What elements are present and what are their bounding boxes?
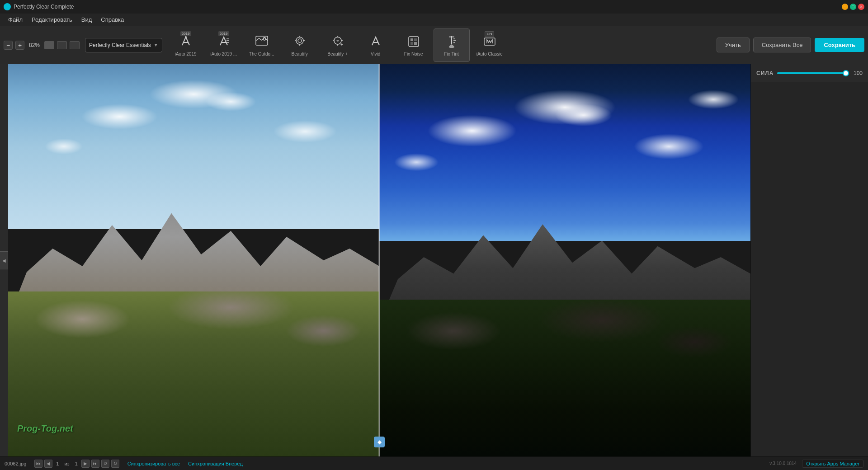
beautify2-label: Beautify + bbox=[327, 52, 348, 57]
svg-text:+: + bbox=[340, 42, 343, 47]
svg-point-0 bbox=[185, 36, 187, 38]
page-total: 1 bbox=[75, 461, 78, 466]
svg-rect-12 bbox=[414, 38, 417, 41]
strength-slider-value: 100 bbox=[850, 70, 863, 76]
canvas-area[interactable]: Prog-Tog.net bbox=[8, 64, 750, 456]
page-current: 1 bbox=[56, 461, 59, 466]
nav-last-button[interactable]: ⏭ bbox=[91, 460, 99, 468]
menu-edit[interactable]: Редактировать bbox=[27, 14, 77, 25]
save-all-button[interactable]: Сохранить Все bbox=[753, 38, 811, 52]
after-image bbox=[379, 64, 750, 456]
outdoor-icon bbox=[254, 33, 270, 50]
tool-iautoclassic[interactable]: HD iAuto Classic bbox=[472, 28, 508, 62]
before-image bbox=[8, 64, 379, 456]
svg-point-7 bbox=[298, 39, 302, 42]
watermark: Prog-Tog.net bbox=[17, 423, 73, 434]
nav-prev-button[interactable]: ◀ bbox=[44, 460, 52, 468]
nav-rotate-right[interactable]: ↻ bbox=[111, 460, 119, 468]
view-mode-single[interactable] bbox=[44, 41, 54, 49]
clouds-after bbox=[379, 76, 750, 233]
zoom-plus-button[interactable]: + bbox=[15, 41, 24, 50]
svg-rect-13 bbox=[410, 42, 413, 45]
svg-rect-15 bbox=[449, 36, 454, 38]
menu-view[interactable]: Вид bbox=[77, 14, 97, 25]
strength-slider-container: 100 bbox=[777, 70, 863, 76]
preset-selector[interactable]: Perfectly Clear Essentials ▼ bbox=[85, 38, 162, 52]
tool-iauto2019a[interactable]: 2019 iAuto 2019 bbox=[168, 28, 204, 62]
fixnoise-icon bbox=[406, 33, 422, 50]
menu-file[interactable]: Файл bbox=[4, 14, 27, 25]
menu-help[interactable]: Справка bbox=[96, 14, 128, 25]
vivid-label: Vivid bbox=[371, 52, 381, 57]
left-panel-toggle[interactable]: ◀ bbox=[0, 251, 8, 269]
zoom-level-display: 82% bbox=[27, 42, 42, 48]
learn-button[interactable]: Учить bbox=[717, 38, 750, 52]
zoom-minus-button[interactable]: − bbox=[4, 41, 13, 50]
preset-label: Perfectly Clear Essentials bbox=[89, 42, 151, 48]
svg-rect-11 bbox=[410, 38, 413, 41]
nav-rotate-left[interactable]: ↺ bbox=[101, 460, 109, 468]
menubar: Файл Редактировать Вид Справка bbox=[0, 14, 868, 26]
save-button[interactable]: Сохранить bbox=[815, 38, 864, 52]
statusbar-left: 00062.jpg ⏮ ◀ 1 из 1 ▶ ⏭ ↺ ↻ Синхронизир… bbox=[5, 460, 243, 468]
outdoor-label: The Outdo... bbox=[249, 52, 274, 57]
svg-rect-14 bbox=[414, 42, 417, 45]
sync-all-link[interactable]: Синхронизировать все bbox=[127, 461, 180, 466]
strength-slider-fill bbox=[777, 72, 846, 74]
view-mode-grid[interactable] bbox=[70, 41, 80, 49]
svg-rect-10 bbox=[409, 37, 419, 47]
nav-first-button[interactable]: ⏮ bbox=[34, 460, 42, 468]
tool-iauto2019b[interactable]: 2019 iAuto 2019 ... bbox=[206, 28, 242, 62]
window-title: Perfectly Clear Complete bbox=[14, 4, 842, 10]
rocks-before bbox=[8, 260, 379, 378]
clouds-before bbox=[8, 72, 379, 221]
nav-next-button[interactable]: ▶ bbox=[81, 460, 90, 468]
apps-manager-button[interactable]: Открыть Apps Manager bbox=[802, 460, 863, 468]
toolbar-right: Учить Сохранить Все Сохранить bbox=[717, 38, 864, 52]
toolbar-left: − + 82% bbox=[4, 41, 80, 50]
iauto2019b-label: iAuto 2019 ... bbox=[210, 52, 237, 57]
tool-fixtint[interactable]: Fix Tint bbox=[434, 28, 470, 62]
tool-fixnoise[interactable]: Fix Noise bbox=[396, 28, 432, 62]
badge-2019a: 2019 bbox=[180, 31, 191, 36]
tool-outdoor[interactable]: The Outdo... bbox=[244, 28, 280, 62]
panel-title: СИЛА bbox=[756, 70, 774, 76]
preset-dropdown-arrow: ▼ bbox=[154, 42, 158, 47]
svg-rect-19 bbox=[484, 38, 495, 45]
tool-beautify2[interactable]: + Beautify + bbox=[320, 28, 356, 62]
maximize-button[interactable]: □ bbox=[850, 4, 856, 10]
statusbar: 00062.jpg ⏮ ◀ 1 из 1 ▶ ⏭ ↺ ↻ Синхронизир… bbox=[0, 456, 868, 470]
beautify-label: Beautify bbox=[292, 52, 308, 57]
image-divider bbox=[379, 64, 380, 456]
iautoclassic-label: iAuto Classic bbox=[476, 52, 503, 57]
fixtint-icon bbox=[443, 33, 460, 50]
right-panel: СИЛА 100 bbox=[750, 64, 868, 456]
fixtint-label: Fix Tint bbox=[444, 52, 459, 57]
divider-handle[interactable] bbox=[374, 437, 385, 447]
rocks-after bbox=[379, 276, 750, 386]
filename-display: 00062.jpg bbox=[5, 461, 26, 466]
nav-controls: ⏮ ◀ 1 из 1 ▶ ⏭ ↺ ↻ bbox=[34, 460, 119, 468]
close-button[interactable]: ✕ bbox=[858, 4, 864, 10]
strength-slider-thumb[interactable] bbox=[843, 70, 849, 76]
statusbar-right: v.3.10.0.1814 Открыть Apps Manager bbox=[769, 460, 863, 468]
strength-slider-track[interactable] bbox=[777, 72, 846, 74]
fixnoise-label: Fix Noise bbox=[404, 52, 423, 57]
tool-beautify[interactable]: Beautify bbox=[282, 28, 318, 62]
svg-point-6 bbox=[296, 37, 303, 44]
page-of: из bbox=[64, 461, 69, 466]
sync-forward-link[interactable]: Синхронизация Вперёд bbox=[188, 461, 243, 466]
main-area: ◀ Prog-Tog.net bbox=[0, 64, 868, 456]
version-display: v.3.10.0.1814 bbox=[769, 461, 797, 466]
tool-vivid[interactable]: Vivid bbox=[358, 28, 394, 62]
iauto2019a-label: iAuto 2019 bbox=[175, 52, 197, 57]
vivid-icon bbox=[368, 33, 384, 50]
badge-hd: HD bbox=[485, 31, 495, 37]
beautify-icon bbox=[292, 33, 308, 50]
titlebar: Perfectly Clear Complete − □ ✕ bbox=[0, 0, 868, 14]
window-controls: − □ ✕ bbox=[842, 4, 864, 10]
beautify2-icon: + bbox=[330, 33, 346, 50]
right-panel-header: СИЛА 100 bbox=[751, 64, 868, 82]
view-mode-split[interactable] bbox=[57, 41, 67, 49]
minimize-button[interactable]: − bbox=[842, 4, 848, 10]
